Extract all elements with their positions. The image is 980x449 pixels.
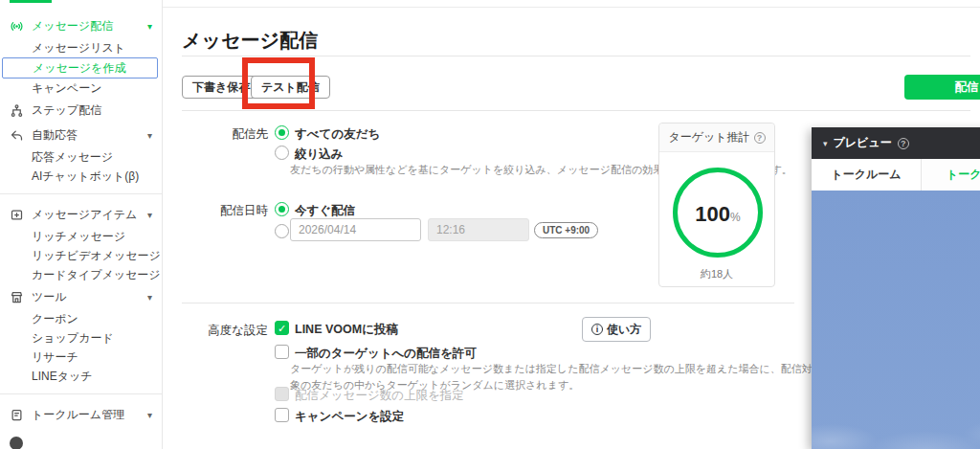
preview-tabs: トークルーム トーク — [812, 159, 980, 191]
chevron-down-icon: ▾ — [147, 21, 152, 32]
test-send-button[interactable]: テスト配信 — [251, 76, 330, 99]
recipient-all-radio[interactable] — [275, 125, 289, 140]
send-button[interactable]: 配信 — [904, 75, 980, 100]
partial-target-label[interactable]: 一部のターゲットへの配信を許可 — [295, 346, 477, 362]
chevron-down-icon: ▾ — [147, 292, 152, 303]
sidebar-item-label: メッセージを作成 — [33, 60, 125, 77]
partial-target-checkbox[interactable] — [275, 345, 289, 359]
sidebar-item-shop-card[interactable]: ショップカード — [0, 328, 162, 348]
preview-header[interactable]: ▾ プレビュー ? — [812, 127, 980, 159]
timezone-badge: UTC +9:00 — [534, 222, 598, 238]
sidebar-item-label: 応答メッセージ — [32, 149, 113, 166]
sidebar-item-auto-reply[interactable]: 自動応答 ▾ — [0, 123, 162, 147]
send-now-label[interactable]: 今すぐ配信 — [295, 203, 355, 219]
usage-button-label: 使い方 — [607, 322, 641, 338]
sidebar-item-message-broadcast[interactable]: メッセージ配信 ▾ — [0, 13, 162, 38]
sidebar-item-label: AIチャットボット(β) — [32, 168, 139, 185]
check-icon: ✓ — [278, 323, 286, 334]
sidebar-divider — [0, 393, 162, 394]
step-flow-icon — [10, 103, 24, 118]
sidebar-item-label: ステップ配信 — [32, 102, 101, 119]
recipient-filter-label[interactable]: 絞り込み — [295, 146, 344, 163]
target-estimate-title: ターゲット推計 — [668, 129, 749, 146]
sidebar-item-research[interactable]: リサーチ — [0, 348, 162, 367]
sidebar-divider — [0, 193, 162, 194]
collapse-caret-icon: ▾ — [823, 139, 828, 148]
sidebar-item-rich-message[interactable]: リッチメッセージ — [0, 227, 162, 246]
page-title: メッセージ配信 — [182, 28, 318, 54]
top-nav-border — [163, 0, 980, 8]
sidebar-item-campaign[interactable]: キャンペーン — [0, 79, 162, 98]
chat-preview-background — [812, 191, 980, 449]
divider — [182, 303, 794, 303]
sidebar-item-talk-room-management[interactable]: トークルーム管理 ▾ — [0, 402, 162, 427]
message-limit-checkbox — [275, 387, 289, 401]
sidebar-item-label: LINEタッチ — [32, 369, 93, 385]
sidebar-item-label: ツール — [32, 289, 67, 305]
schedule-label: 配信日時 — [189, 203, 268, 219]
tab-talk-list[interactable]: トーク — [922, 159, 980, 191]
divider — [182, 110, 970, 111]
broadcast-icon — [10, 19, 24, 34]
sidebar-item-tools[interactable]: ツール ▾ — [0, 284, 162, 309]
info-icon: i — [591, 324, 603, 335]
advanced-settings-label: 高度な設定 — [189, 323, 268, 339]
tab-talk-room[interactable]: トークルーム — [812, 159, 922, 191]
sidebar-item-label: リッチメッセージ — [32, 229, 125, 245]
sidebar-item-reply-message[interactable]: 応答メッセージ — [0, 147, 162, 167]
sidebar: メッセージ配信 ▾ メッセージリスト メッセージを作成 キャンペーン ステップ配… — [0, 0, 163, 449]
sidebar-item-label: メッセージ配信 — [32, 18, 113, 34]
schedule-datetime-radio[interactable] — [275, 224, 289, 238]
chevron-down-icon: ▾ — [147, 130, 152, 141]
send-now-radio[interactable] — [275, 202, 289, 216]
sidebar-item-label: ショップカード — [32, 330, 114, 347]
usage-button[interactable]: i 使い方 — [582, 317, 651, 342]
sidebar-item-label: トークルーム管理 — [32, 407, 124, 423]
voom-checkbox[interactable]: ✓ — [275, 321, 289, 335]
sidebar-item-label: キャンペーン — [32, 80, 101, 97]
sidebar-item-message-list[interactable]: メッセージリスト — [0, 38, 162, 57]
help-icon[interactable]: ? — [898, 138, 909, 149]
sidebar-item-message-items[interactable]: メッセージアイテム ▾ — [0, 202, 162, 227]
sidebar-item-label: 自動応答 — [32, 127, 78, 144]
sidebar-item-label: クーポン — [32, 311, 78, 327]
recipient-all-label[interactable]: すべての友だち — [295, 126, 380, 143]
save-draft-button[interactable]: 下書き保存 — [182, 76, 260, 99]
sidebar-item-label: リサーチ — [32, 349, 78, 366]
voom-label[interactable]: LINE VOOMに投稿 — [295, 322, 398, 338]
preview-title: プレビュー — [834, 135, 892, 151]
sidebar-item-card-type-message[interactable]: カードタイプメッセージ — [0, 265, 162, 284]
talk-room-icon — [10, 408, 24, 422]
target-estimate-card: ターゲット推計 ? 100 % 約18人 — [658, 123, 775, 287]
target-percent-unit: % — [730, 211, 741, 224]
campaign-label[interactable]: キャンペーンを設定 — [295, 409, 404, 425]
reply-arrow-icon — [10, 128, 24, 143]
message-limit-label: 配信メッセージ数の上限を指定 — [295, 388, 464, 404]
target-percent-ring: 100 % — [673, 168, 763, 258]
app-window: メッセージ配信 ▾ メッセージリスト メッセージを作成 キャンペーン ステップ配… — [0, 0, 980, 449]
target-percent-value: 100 — [695, 202, 730, 227]
partially-visible-menu-icon — [10, 437, 23, 449]
sidebar-item-line-touch[interactable]: LINEタッチ — [0, 367, 162, 386]
target-estimate-count: 約18人 — [659, 267, 774, 281]
chevron-down-icon: ▾ — [147, 210, 152, 220]
date-input[interactable] — [290, 218, 421, 241]
message-item-icon — [10, 208, 24, 222]
time-input[interactable] — [428, 218, 529, 241]
recipient-filter-radio[interactable] — [275, 146, 289, 160]
storefront-icon — [10, 290, 24, 304]
active-top-tab-indicator — [10, 0, 52, 3]
sidebar-item-ai-chatbot[interactable]: AIチャットボット(β) — [0, 167, 162, 186]
sidebar-item-label: カードタイプメッセージ — [32, 267, 161, 283]
preview-panel: ▾ プレビュー ? トークルーム トーク — [812, 127, 980, 449]
sidebar-item-coupon[interactable]: クーポン — [0, 309, 162, 328]
sidebar-item-rich-video-message[interactable]: リッチビデオメッセージ — [0, 246, 162, 265]
help-icon[interactable]: ? — [754, 132, 766, 144]
recipient-label: 配信先 — [189, 126, 268, 143]
sidebar-item-create-message[interactable]: メッセージを作成 — [2, 57, 158, 79]
chevron-down-icon: ▾ — [147, 410, 152, 420]
target-estimate-header: ターゲット推計 ? — [659, 123, 774, 152]
sidebar-item-step-delivery[interactable]: ステップ配信 — [0, 98, 162, 123]
sidebar-item-label: メッセージアイテム — [32, 207, 137, 223]
campaign-checkbox[interactable] — [275, 408, 289, 422]
